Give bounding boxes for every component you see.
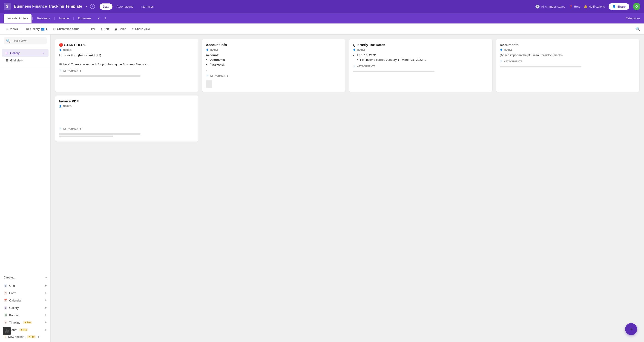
gallery-create-icon: ⊞ [4,306,7,309]
views-button[interactable]: ☰ Views [4,26,20,32]
card-field-value-2: Account: Username: Password: ... [206,53,342,72]
video-button[interactable]: 🎥 [3,327,11,335]
attachment-lines-5 [59,133,195,138]
search-button[interactable]: 🔍 [635,27,640,32]
card-account-info[interactable]: Account Info 👤 NOTES Account: Username: … [202,39,346,92]
nav-pill-data[interactable]: Data [100,4,112,10]
create-grid-button[interactable]: ⊞ Grid + [0,282,50,289]
notes-icon-2: 👤 [206,49,209,51]
attachment-placeholder-2 [206,80,212,88]
color-button[interactable]: ◉ Color [112,26,128,32]
create-form-button[interactable]: ⊟ Form + [0,289,50,297]
add-timeline-icon[interactable]: + [44,320,47,324]
tab-retainers[interactable]: Retainers [33,14,54,23]
card-attachments-3: 📄 ATTACHMENTS [353,65,489,68]
attachment-icon-4: 📄 [500,60,503,63]
new-section-icon: ⊟ [4,335,6,338]
card-field-label-2: 👤 NOTES [206,49,342,51]
card-attachments-5: 📄 ATTACHMENTS [59,128,195,130]
create-timeline-button[interactable]: ⊟ Timeline ✦ Pro + [0,319,50,326]
create-section[interactable]: Create... ▾ [0,273,50,282]
attachment-line-1a [59,75,140,77]
card-title-start-here: 🔴 START HERE [59,43,195,47]
create-kanban-button[interactable]: ▦ Kanban + [0,311,50,319]
views-icon: ☰ [6,27,9,31]
card-attachments-2: 📄 ATTACHMENTS [206,75,342,77]
customize-cards-button[interactable]: ⚙ Customize cards [50,26,82,32]
share-icon: 👤 [612,5,616,8]
add-kanban-icon[interactable]: + [44,313,47,317]
attachment-line-3a [353,71,434,72]
add-gallery-icon[interactable]: + [44,306,47,310]
sidebar-search-area: 🔍 [0,35,50,48]
card-title-invoice-pdf: Invoice PDF [59,99,195,103]
search-input-wrapper[interactable]: 🔍 [4,37,47,45]
tab-expenses[interactable]: Expenses [74,14,95,23]
card-field-value-5 [59,109,195,125]
card-attachments-4: 📄 ATTACHMENTS [500,60,636,63]
share-view-button[interactable]: ↗ Share view [129,26,152,32]
tab-bar: Important Info ▾ | Retainers | Income | … [0,13,644,24]
top-navigation: $ Business Finance Tracking Template ▾ i… [0,0,644,13]
extensions-button[interactable]: Extensions [626,17,640,20]
find-view-input[interactable] [12,39,44,43]
create-calendar-button[interactable]: 📅 Calendar + [0,297,50,304]
help-button[interactable]: ❓ Help [569,5,580,8]
sort-icon: ↕ [101,27,102,31]
title-dropdown-arrow[interactable]: ▾ [86,5,87,8]
avatar[interactable]: G [633,3,640,10]
add-tab-button[interactable]: + [102,14,108,23]
add-calendar-icon[interactable]: + [44,298,47,302]
sort-button[interactable]: ↕ Sort [98,26,111,32]
info-icon[interactable]: i [90,4,95,9]
kanban-icon: ▦ [4,313,7,317]
tab-important-info[interactable]: Important Info ▾ [4,14,32,23]
card-start-here[interactable]: 🔴 START HERE 👤 NOTES Introduction: (Impo… [55,39,198,92]
sidebar-item-gallery[interactable]: ⊞ Gallery ✓ [2,49,48,57]
card-attachments-1: 📄 ATTACHMENTS [59,70,195,72]
app-title: Business Finance Tracking Template [14,4,82,9]
grid-view-icon: ⊞ [6,59,8,62]
sidebar-views-list: ⊞ Gallery ✓ ⊞ Grid view [0,48,50,66]
add-grid-icon[interactable]: + [44,283,47,288]
add-record-fab[interactable]: + [625,323,637,335]
add-form-icon[interactable]: + [44,291,47,295]
sidebar-item-grid-view[interactable]: ⊞ Grid view [2,57,48,64]
card-title-account-info: Account Info [206,43,342,47]
create-gallery-button[interactable]: ⊞ Gallery + [0,304,50,311]
gantt-pro-badge: ✦ Pro [19,328,28,331]
filter-icon: ⊟ [85,27,88,31]
card-invoice-pdf[interactable]: Invoice PDF 👤 NOTES 📄 ATTACHMENTS [55,96,198,142]
bell-icon: 🔔 [584,5,588,8]
notifications-button[interactable]: 🔔 Notifications [584,5,605,8]
tab-arrow: ▾ [27,17,28,20]
card-title-quarterly-tax: Quarterly Tax Dates [353,43,489,47]
notes-icon-1: 👤 [59,49,62,51]
tab-more-button[interactable]: ▾ [95,14,102,22]
nav-pill-interfaces[interactable]: Interfaces [137,4,157,10]
card-documents[interactable]: Documents 👤 NOTES {Attach important/help… [496,39,640,92]
color-icon: ◉ [114,27,117,31]
tab-income[interactable]: Income [56,14,73,23]
gallery-view-button[interactable]: ⊞ Gallery 👥 ▾ [24,26,50,32]
app-logo[interactable]: $ [4,3,11,10]
form-icon: ⊟ [4,291,7,295]
nav-pill-automations[interactable]: Automations [114,4,136,10]
card-quarterly-tax[interactable]: Quarterly Tax Dates 👤 NOTES April 18, 20… [349,39,492,92]
nav-pills: Data Automations Interfaces [100,4,157,10]
tab-separator-3: | [73,16,74,21]
attachment-icon-1: 📄 [59,70,62,72]
card-field-value-4: {Attach important/helpful resources/docu… [500,53,636,58]
attachment-icon-5: 📄 [59,128,62,130]
sidebar-divider-2 [0,271,50,271]
add-gantt-icon[interactable]: + [44,328,47,332]
history-icon[interactable]: 🕐 [535,4,540,9]
timeline-pro-badge: ✦ Pro [23,321,32,324]
add-new-section-icon[interactable]: + [38,335,39,338]
attachment-icon-3: 📄 [353,65,356,68]
share-button[interactable]: 👤 Share [608,3,629,10]
card-field-label-1: 👤 NOTES [59,49,195,51]
card-field-label-4: 👤 NOTES [500,49,636,51]
filter-button[interactable]: ⊟ Filter [82,26,98,32]
gallery-content: 🔴 START HERE 👤 NOTES Introduction: (Impo… [50,35,644,342]
